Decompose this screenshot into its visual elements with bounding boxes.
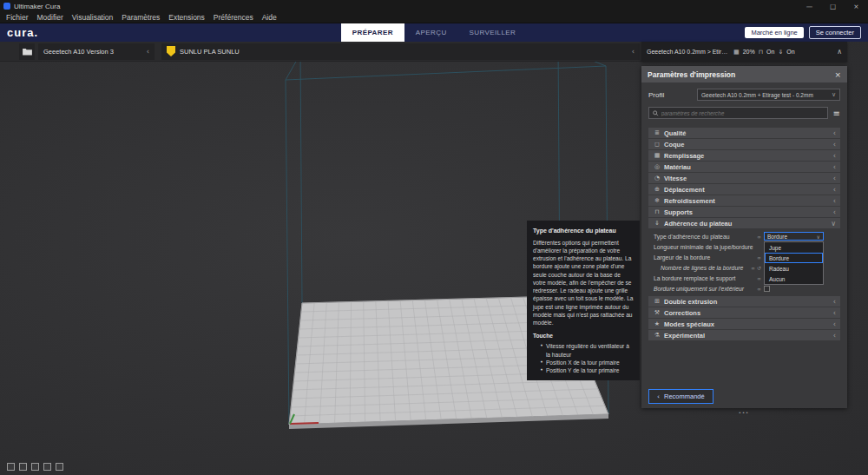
tab-surveiller[interactable]: SURVEILLER [458,23,528,42]
profile-select[interactable]: Geeetech A10 0.2mm + Etirage test - 0.2m… [697,89,840,101]
link-icon: ∞ [757,234,761,240]
chevron-left-icon: ‹ [833,152,836,160]
view-front-icon[interactable] [19,463,27,471]
view-left-icon[interactable] [43,463,51,471]
category-remplissage[interactable]: ▦ Remplissage ‹ [648,150,840,161]
settings-search[interactable] [648,107,828,119]
menubar: Fichier Modifier Visualisation Paramètre… [0,12,868,23]
adhesion-type-dropdown: Jupe Bordure Radeau Aucun [764,241,824,285]
menu-preferences[interactable]: Préférences [209,13,258,22]
category-corrections[interactable]: ⚒ Corrections ‹ [648,307,840,318]
view-top-icon[interactable] [31,463,39,471]
chevron-left-icon: ‹ [833,332,836,340]
chevron-left-icon: ‹ [833,208,836,216]
view-right-icon[interactable] [56,463,63,471]
speed-icon: ◔ [653,175,661,181]
special-modes-icon: ★ [653,320,661,327]
material-icon: ◎ [653,163,661,170]
menu-extensions[interactable]: Extensions [164,13,209,22]
layers-icon: ≣ [653,129,661,136]
stage-toolbar: Geeetech A10 Version 3 ‹ SUNLU PLA SUNLU… [0,42,641,62]
menu-visualisation[interactable]: Visualisation [68,13,118,22]
adhesion-type-select[interactable]: Bordure ∨ [764,232,824,241]
sign-in-button[interactable]: Se connecter [809,26,861,39]
chevron-left-icon: ‹ [833,186,836,194]
maximize-button[interactable]: □ [821,0,845,12]
tooltip-bullet: • Position Y de la tour primaire [533,366,634,374]
tooltip-subtitle: Touche [533,332,634,340]
category-vitesse[interactable]: ◔ Vitesse ‹ [648,173,840,183]
tooltip-title: Type d'adhérence du plateau [533,227,634,235]
setting-adhesion-type[interactable]: Type d'adhérence du plateau ∞ Bordure ∨ [648,231,840,241]
panel-resize-handle[interactable]: ••• [641,410,847,415]
minimize-button[interactable]: — [798,0,821,12]
chevron-left-icon: ‹ [833,320,836,328]
chevron-left-icon: ‹ [833,309,836,317]
adhesion-icon: ⇓ [778,49,783,56]
summary-profile-text: Geeetech A10 0.2mm > Etirage test 0... [647,49,730,55]
profile-label: Profil [648,91,697,99]
category-supports[interactable]: ⊓ Supports ‹ [648,207,840,217]
chevron-left-icon: ‹ [657,393,660,400]
view-tools [7,463,63,471]
menu-modifier[interactable]: Modifier [33,13,68,22]
app-icon [3,3,10,10]
category-double-extrusion[interactable]: ⊞ Double extrusion ‹ [648,296,840,307]
printer-selector[interactable]: Geeetech A10 Version 3 ‹ [38,43,155,60]
reset-icon[interactable]: ↺ [757,265,761,271]
tooltip-bullet: • Position X de la tour primaire [533,359,634,366]
brim-outside-only-checkbox[interactable] [764,286,770,292]
category-modes-speciaux[interactable]: ★ Modes spéciaux ‹ [648,319,840,329]
category-experimental[interactable]: ⚗ Expérimental ‹ [648,330,840,340]
close-window-button[interactable]: × [845,0,868,12]
infill-icon: ▦ [653,152,661,159]
chevron-left-icon: ‹ [632,48,635,56]
marketplace-button[interactable]: Marché en ligne [745,27,803,38]
infill-value: 20% [743,49,755,55]
folder-icon [23,48,32,56]
menu-parametres[interactable]: Paramètres [117,13,164,22]
open-file-button[interactable] [19,43,35,60]
search-input[interactable] [661,110,824,116]
option-radeau[interactable]: Radeau [765,263,823,274]
option-bordure[interactable]: Bordure [765,253,823,263]
category-materiau[interactable]: ◎ Matériau ‹ [648,162,840,172]
close-panel-icon[interactable]: × [834,70,841,79]
tooltip-body: Différentes options qui permettent d'amé… [533,239,634,327]
experimental-icon: ⚗ [653,332,661,339]
window-title: Ultimaker Cura [14,3,60,10]
settings-visibility-menu-icon[interactable]: ≡ [833,109,840,118]
option-aucun[interactable]: Aucun [765,274,823,284]
option-jupe[interactable]: Jupe [765,242,823,253]
material-selector[interactable]: SUNLU PLA SUNLU ‹ [161,43,640,60]
category-deplacement[interactable]: ⊕ Déplacement ‹ [648,184,840,195]
category-qualite[interactable]: ≣ Qualité ‹ [648,128,840,138]
bullet-icon: • [540,366,543,374]
category-coque[interactable]: ◻ Coque ‹ [648,139,840,149]
category-adherence[interactable]: ⇓ Adhérence du plateau ∨ [648,218,840,228]
shell-icon: ◻ [653,141,661,148]
chevron-down-icon: ∨ [817,234,820,240]
recommended-button[interactable]: ‹ Recommandé [648,389,713,404]
chevron-left-icon: ‹ [147,48,149,56]
link-icon: ∞ [757,275,761,281]
workspace: Geeetech A10 Version 3 ‹ SUNLU PLA SUNLU… [0,42,868,475]
support-icon: ⊓ [653,208,661,215]
chevron-up-icon[interactable]: ∧ [837,48,842,56]
print-settings-summary[interactable]: Geeetech A10 0.2mm > Etirage test 0... ▦… [641,42,847,62]
window-titlebar: Ultimaker Cura — □ × [0,0,868,12]
category-refroidissement[interactable]: ❄ Refroidissement ‹ [648,195,840,206]
setting-tooltip: Type d'adhérence du plateau Différentes … [527,221,640,380]
main-header: cura. PRÉPARER APERÇU SURVEILLER Marché … [0,23,868,42]
chevron-left-icon: ‹ [833,141,836,148]
view-3d-icon[interactable] [7,463,15,471]
chevron-left-icon: ‹ [833,298,836,306]
tab-apercu[interactable]: APERÇU [404,23,458,42]
menu-fichier[interactable]: Fichier [2,13,33,22]
cooling-icon: ❄ [653,197,661,204]
adhesion-settings: Type d'adhérence du plateau ∞ Bordure ∨ … [648,229,840,295]
adhesion-icon: ⇓ [653,220,661,227]
cura-logo: cura. [7,26,38,39]
menu-aide[interactable]: Aide [258,13,281,22]
tab-preparer[interactable]: PRÉPARER [341,23,404,42]
